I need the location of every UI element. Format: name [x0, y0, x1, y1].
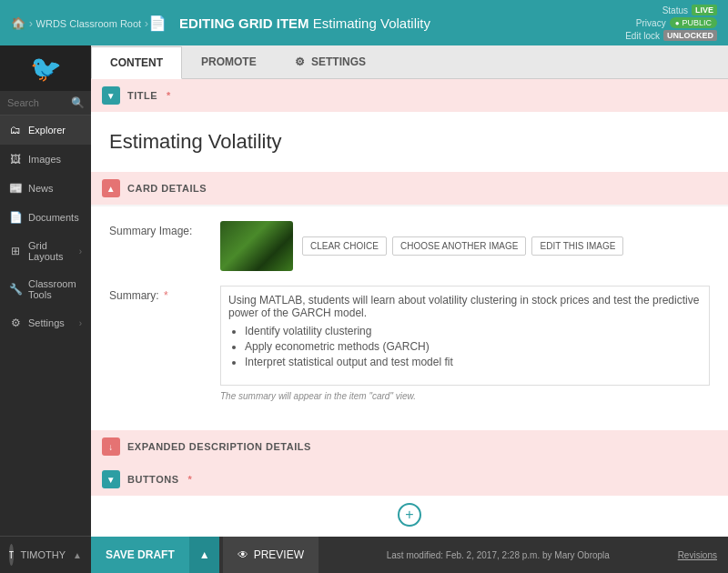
avatar: T: [9, 544, 14, 566]
summary-label: Summary: *: [109, 286, 209, 302]
tab-content[interactable]: CONTENT: [91, 46, 182, 79]
image-preview: [220, 221, 293, 271]
editlock-badge: UNLOCKED: [663, 30, 717, 41]
summary-required-star: *: [164, 289, 168, 302]
tab-promote[interactable]: PROMOTE: [182, 45, 276, 78]
form-content: ▼ TITLE * Estimating Volatility ▲ CARD D…: [91, 79, 728, 537]
editlock-label: Edit lock: [625, 31, 660, 41]
home-icon[interactable]: 🏠: [11, 16, 25, 30]
sidebar-item-label: Images: [28, 154, 82, 165]
expanded-desc-collapse-btn[interactable]: ↓: [102, 437, 120, 456]
card-details-header: ▲ CARD DETAILS: [91, 172, 728, 205]
content-area: CONTENT PROMOTE ⚙ SETTINGS ▼ TITLE * Est…: [91, 45, 728, 573]
last-modified-info: Last modified: Feb. 2, 2017, 2:28 p.m. b…: [318, 550, 678, 560]
sidebar-item-explorer[interactable]: 🗂 Explorer: [0, 116, 91, 145]
search-icon: 🔍: [71, 96, 85, 109]
sidebar-item-settings[interactable]: ⚙ Settings ›: [0, 308, 91, 337]
user-footer[interactable]: T TIMOTHY ▲: [0, 536, 91, 573]
bullet-item-1: Identify volatility clustering: [245, 325, 702, 337]
save-draft-button[interactable]: SAVE DRAFT: [91, 537, 189, 573]
privacy-label: Privacy: [636, 18, 666, 28]
sidebar-item-label: Settings: [28, 317, 73, 328]
summary-field: Using MATLAB, students will learn about …: [220, 286, 710, 401]
bullet-list: Identify volatility clustering Apply eco…: [245, 325, 702, 368]
app-logo: 🐦: [30, 54, 62, 84]
tabs-bar: CONTENT PROMOTE ⚙ SETTINGS: [91, 45, 728, 79]
bullet-item-3: Interpret statistical output and test mo…: [245, 356, 702, 368]
clear-choice-button[interactable]: CLEAR CHOICE: [302, 236, 387, 256]
edit-this-image-button[interactable]: EDIT THIS IMAGE: [531, 236, 623, 256]
sidebar-search-bar[interactable]: 🔍: [0, 91, 91, 116]
status-row: Status LIVE: [662, 5, 717, 15]
sidebar-item-images[interactable]: 🖼 Images: [0, 145, 91, 174]
choose-another-image-button[interactable]: CHOOSE ANOTHER IMAGE: [392, 236, 526, 256]
buttons-collapse-btn[interactable]: ▼: [102, 470, 120, 488]
bottom-bar: SAVE DRAFT ▲ 👁 PREVIEW Last modified: Fe…: [91, 537, 728, 573]
top-bar-title: EDITING GRID ITEM Estimating Volatility: [179, 15, 430, 31]
sidebar-item-label: News: [28, 183, 82, 194]
news-icon: 📰: [9, 182, 22, 195]
sidebar-item-label: Documents: [28, 212, 82, 223]
privacy-toggle[interactable]: PUBLIC: [670, 17, 717, 28]
summary-image-label: Summary Image:: [109, 221, 209, 237]
summary-hint: The summary will appear in the item "car…: [220, 391, 710, 401]
summary-text: Using MATLAB, students will learn about …: [228, 294, 702, 319]
save-draft-arrow-button[interactable]: ▲: [189, 537, 219, 573]
title-section: Estimating Volatility: [91, 112, 728, 172]
card-details-collapse-btn[interactable]: ▲: [102, 179, 120, 197]
editlock-row: Edit lock UNLOCKED: [625, 30, 717, 41]
card-details-label: CARD DETAILS: [127, 183, 207, 194]
sidebar-item-documents[interactable]: 📄 Documents: [0, 203, 91, 232]
gear-icon: ⚙: [295, 55, 305, 68]
title-section-header: ▼ TITLE *: [91, 79, 728, 112]
documents-icon: 📄: [9, 211, 22, 224]
title-collapse-btn[interactable]: ▼: [102, 86, 120, 105]
summary-image-row: Summary Image: CLEAR CHOICE CHOOSE ANOTH…: [109, 221, 710, 271]
sidebar-item-news[interactable]: 📰 News: [0, 174, 91, 203]
search-input[interactable]: [7, 97, 71, 108]
buttons-section-header: ▼ BUTTONS *: [91, 463, 728, 496]
sidebar-item-label: Explorer: [28, 125, 82, 136]
expanded-desc-header: ↓ EXPANDED DESCRIPTION DETAILS: [91, 430, 728, 463]
sidebar-item-classroom-tools[interactable]: 🔧 Classroom Tools: [0, 270, 91, 308]
page-icon: 📄: [148, 15, 167, 32]
buttons-required-star: *: [187, 474, 192, 485]
sidebar: 🐦 🔍 🗂 Explorer 🖼 Images 📰 News 📄 Documen…: [0, 45, 91, 573]
privacy-row: Privacy PUBLIC: [636, 17, 717, 28]
preview-icon: 👁: [238, 548, 248, 561]
revisions-button[interactable]: Revisions: [678, 550, 728, 560]
sidebar-item-label: Grid Layouts: [28, 240, 73, 262]
sidebar-nav: 🗂 Explorer 🖼 Images 📰 News 📄 Documents ⊞…: [0, 116, 91, 536]
summary-image-field: CLEAR CHOICE CHOOSE ANOTHER IMAGE EDIT T…: [220, 221, 710, 271]
sidebar-logo: 🐦: [0, 45, 91, 91]
preview-button[interactable]: 👁 PREVIEW: [223, 537, 318, 573]
image-thumbnail: [220, 221, 293, 271]
bullet-item-2: Apply econometric methods (GARCH): [245, 340, 702, 353]
breadcrumb-item[interactable]: WRDS Classroom Root: [36, 18, 142, 29]
chevron-up-icon: ▲: [73, 550, 82, 560]
breadcrumb: 🏠 › WRDS Classroom Root ›: [11, 16, 148, 30]
grid-icon: ⊞: [9, 245, 22, 257]
summary-row: Summary: * Using MATLAB, students will l…: [109, 286, 710, 401]
main-layout: 🐦 🔍 🗂 Explorer 🖼 Images 📰 News 📄 Documen…: [0, 45, 728, 573]
card-details-section: Summary Image: CLEAR CHOICE CHOOSE ANOTH…: [91, 206, 728, 430]
page-status-area: Status LIVE Privacy PUBLIC Edit lock UNL…: [625, 5, 717, 41]
settings-icon: ⚙: [9, 317, 22, 329]
add-item-button[interactable]: +: [398, 503, 421, 527]
title-required-star: *: [167, 90, 171, 101]
sidebar-item-grid-layouts[interactable]: ⊞ Grid Layouts ›: [0, 232, 91, 270]
title-section-label: TITLE: [127, 90, 157, 101]
card-form: Summary Image: CLEAR CHOICE CHOOSE ANOTH…: [91, 206, 728, 430]
chevron-right-icon2: ›: [79, 318, 82, 328]
expanded-desc-label: EXPANDED DESCRIPTION DETAILS: [127, 441, 311, 452]
top-bar: 🏠 › WRDS Classroom Root › 📄 EDITING GRID…: [0, 0, 728, 45]
username-label: TIMOTHY: [21, 549, 66, 560]
image-buttons: CLEAR CHOICE CHOOSE ANOTHER IMAGE EDIT T…: [302, 236, 623, 256]
title-value[interactable]: Estimating Volatility: [109, 130, 710, 154]
status-label: Status: [662, 5, 688, 15]
tab-settings[interactable]: ⚙ SETTINGS: [276, 45, 385, 78]
status-badge: LIVE: [692, 5, 717, 15]
explorer-icon: 🗂: [9, 124, 22, 136]
chevron-right-icon: ›: [79, 246, 82, 256]
tools-icon: 🔧: [9, 283, 22, 296]
